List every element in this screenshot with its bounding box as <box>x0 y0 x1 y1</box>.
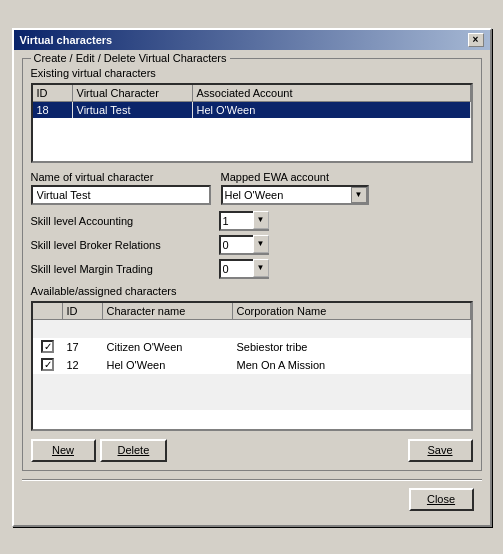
col-check <box>33 303 63 319</box>
skill-margin-label: Skill level Margin Trading <box>31 263 211 275</box>
skill-row-broker: Skill level Broker Relations 0 1 2 ▼ <box>31 235 473 255</box>
virtual-characters-window: Virtual characters × Create / Edit / Del… <box>12 28 492 527</box>
table-row-blurred-1 <box>33 320 471 338</box>
assigned-table: ID Character name Corporation Name 17 <box>31 301 473 431</box>
name-input[interactable] <box>31 185 211 205</box>
cell-char-blurred <box>103 320 233 338</box>
table-row-blurred-2 <box>33 374 471 392</box>
name-form-group: Name of virtual character <box>31 171 211 205</box>
existing-table: ID Virtual Character Associated Account … <box>31 83 473 163</box>
cell-corp-blurred <box>233 320 471 338</box>
skill-accounting-wrapper: 1 0 2 3 4 5 ▼ <box>219 211 269 231</box>
cell-char-12: Hel O'Ween <box>103 356 233 374</box>
skill-broker-label: Skill level Broker Relations <box>31 239 211 251</box>
cell-check-blurred2 <box>33 374 63 392</box>
col-virtual-character: Virtual Character <box>73 85 193 101</box>
title-bar: Virtual characters × <box>14 30 490 50</box>
cell-check-blurred <box>33 320 63 338</box>
name-label: Name of virtual character <box>31 171 211 183</box>
skill-row-accounting: Skill level Accounting 1 0 2 3 4 5 ▼ <box>31 211 473 231</box>
skill-accounting-label: Skill level Accounting <box>31 215 211 227</box>
cell-id-blurred2 <box>63 374 103 392</box>
skill-margin-wrapper: 0 1 2 ▼ <box>219 259 269 279</box>
mapped-form-group: Mapped EWA account Hel O'Ween ▼ <box>221 171 369 205</box>
skill-accounting-select[interactable]: 1 0 2 3 4 5 <box>219 211 269 231</box>
save-button[interactable]: Save <box>408 439 473 462</box>
close-button[interactable]: Close <box>409 488 474 511</box>
existing-label: Existing virtual characters <box>31 67 473 79</box>
mapped-select-wrapper: Hel O'Ween ▼ <box>221 185 369 205</box>
skill-broker-select[interactable]: 0 1 2 <box>219 235 269 255</box>
cell-id-17: 17 <box>63 338 103 356</box>
new-button[interactable]: New <box>31 439 96 462</box>
divider <box>22 479 482 480</box>
skill-margin-select[interactable]: 0 1 2 <box>219 259 269 279</box>
col-aid: ID <box>63 303 103 319</box>
table-row[interactable]: 18 Virtual Test Hel O'Ween <box>33 102 471 118</box>
existing-table-header: ID Virtual Character Associated Account <box>33 85 471 102</box>
skill-row-margin: Skill level Margin Trading 0 1 2 ▼ <box>31 259 473 279</box>
cell-account: Hel O'Ween <box>193 102 471 118</box>
close-title-button[interactable]: × <box>468 33 484 47</box>
cell-check-12[interactable] <box>33 356 63 374</box>
mapped-select[interactable]: Hel O'Ween <box>221 185 369 205</box>
cell-id-blurred3 <box>63 392 103 410</box>
button-group-left: New Delete <box>31 439 168 462</box>
cell-corp-blurred2 <box>233 374 471 392</box>
table-row-blurred-3 <box>33 392 471 410</box>
col-id: ID <box>33 85 73 101</box>
checkbox-17[interactable] <box>41 340 54 353</box>
mapped-label: Mapped EWA account <box>221 171 369 183</box>
col-corp-name: Corporation Name <box>233 303 471 319</box>
table-row-17[interactable]: 17 Citizen O'Ween Sebiestor tribe <box>33 338 471 356</box>
cell-char-blurred2 <box>103 374 233 392</box>
cell-id-12: 12 <box>63 356 103 374</box>
cell-corp-17: Sebiestor tribe <box>233 338 471 356</box>
assigned-table-header: ID Character name Corporation Name <box>33 303 471 320</box>
cell-check-17[interactable] <box>33 338 63 356</box>
window-title: Virtual characters <box>20 34 113 46</box>
group-box-label: Create / Edit / Delete Virtual Character… <box>31 52 230 64</box>
bottom-row: Close <box>22 484 482 517</box>
cell-id: 18 <box>33 102 73 118</box>
cell-corp-blurred3 <box>233 392 471 410</box>
main-group-box: Create / Edit / Delete Virtual Character… <box>22 58 482 471</box>
skills-section: Skill level Accounting 1 0 2 3 4 5 ▼ <box>31 211 473 279</box>
delete-button[interactable]: Delete <box>100 439 168 462</box>
cell-check-blurred3 <box>33 392 63 410</box>
checkbox-12[interactable] <box>41 358 54 371</box>
cell-character: Virtual Test <box>73 102 193 118</box>
col-char-name: Character name <box>103 303 233 319</box>
cell-char-blurred3 <box>103 392 233 410</box>
cell-char-17: Citizen O'Ween <box>103 338 233 356</box>
table-row-12[interactable]: 12 Hel O'Ween Men On A Mission <box>33 356 471 374</box>
cell-id-blurred <box>63 320 103 338</box>
window-content: Create / Edit / Delete Virtual Character… <box>14 50 490 525</box>
button-row: New Delete Save <box>31 439 473 462</box>
cell-corp-12: Men On A Mission <box>233 356 471 374</box>
col-associated-account: Associated Account <box>193 85 471 101</box>
assigned-label: Available/assigned characters <box>31 285 473 297</box>
skill-broker-wrapper: 0 1 2 ▼ <box>219 235 269 255</box>
